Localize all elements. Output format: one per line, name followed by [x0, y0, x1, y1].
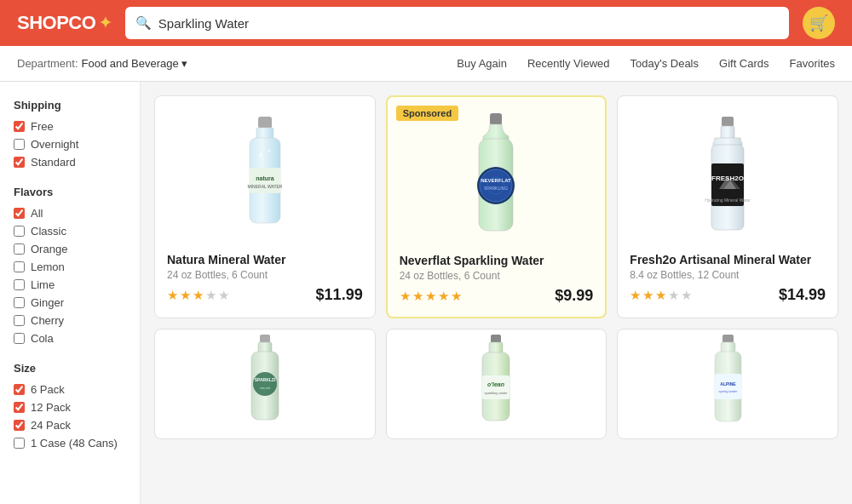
product-card-neverflat[interactable]: Sponsored: [386, 95, 607, 318]
filter-cherry-label[interactable]: Cherry: [31, 314, 64, 327]
nav-todays-deals[interactable]: Today's Deals: [630, 57, 699, 70]
product-name-fresh2o: Fresh2o Artisanal Mineral Water: [630, 253, 826, 266]
department-link[interactable]: Food and Beverage ▾: [82, 57, 187, 70]
filter-orange-label[interactable]: Orange: [31, 243, 67, 255]
svg-text:o'lean: o'lean: [488, 381, 505, 387]
logo[interactable]: SHOPCO ✦: [17, 12, 112, 34]
filter-all-label[interactable]: All: [31, 207, 43, 220]
svg-rect-0: [258, 117, 272, 129]
filter-free-label[interactable]: Free: [31, 120, 54, 133]
filter-cola-label[interactable]: Cola: [31, 332, 54, 345]
size-filter-section: Size 6 Pack 12 Pack 24 Pack 1 Case (48 C…: [14, 362, 126, 450]
search-input[interactable]: [158, 16, 779, 31]
svg-text:natura: natura: [256, 175, 274, 181]
svg-rect-36: [722, 335, 734, 343]
svg-text:Hydrating Mineral Water: Hydrating Mineral Water: [705, 198, 751, 203]
product-image-natura: natura MINERAL WATER: [167, 108, 363, 244]
nav-recently-viewed[interactable]: Recently Viewed: [527, 57, 610, 70]
filter-48case-label[interactable]: 1 Case (48 Cans): [31, 437, 118, 450]
filter-ginger-label[interactable]: Ginger: [31, 296, 64, 309]
filter-12pack-checkbox[interactable]: [14, 402, 25, 413]
filter-overnight-checkbox[interactable]: [14, 139, 25, 150]
svg-rect-25: [258, 342, 272, 352]
sidebar: Shipping Free Overnight Standard Flavors…: [0, 82, 141, 504]
svg-text:spring water: spring water: [718, 389, 737, 393]
filter-lemon-checkbox[interactable]: [14, 261, 25, 272]
svg-text:MINERAL WATER: MINERAL WATER: [247, 184, 282, 189]
product-card-fresh2o[interactable]: FRESH2O Hydrating Mineral Water Fresh2o …: [617, 95, 838, 318]
nav-buy-again[interactable]: Buy Again: [457, 57, 507, 70]
product-image-alpine: ALPINE spring water: [630, 341, 826, 418]
filter-lime-label[interactable]: Lime: [31, 278, 55, 291]
bottle-svg-natura: natura MINERAL WATER: [231, 112, 299, 240]
svg-rect-16: [722, 117, 734, 127]
filter-standard-checkbox[interactable]: [14, 157, 25, 168]
svg-rect-30: [491, 335, 501, 343]
header: SHOPCO ✦ 🔍 🛒: [0, 0, 852, 46]
department-label: Department:: [17, 57, 78, 70]
product-footer-neverflat: ★ ★ ★ ★ ★ $9.99: [400, 287, 594, 305]
filter-6pack-label[interactable]: 6 Pack: [31, 383, 65, 396]
filter-ginger-checkbox[interactable]: [14, 297, 25, 308]
filter-48case-checkbox[interactable]: [14, 438, 25, 449]
svg-point-6: [259, 153, 262, 157]
svg-rect-39: [715, 374, 741, 399]
product-card-natura[interactable]: natura MINERAL WATER Natura Mineral Wate…: [154, 95, 376, 318]
bottle-svg-fresh2o: FRESH2O Hydrating Mineral Water: [698, 112, 757, 240]
svg-point-8: [262, 158, 264, 160]
product-price-neverflat: $9.99: [555, 287, 593, 305]
product-sub-neverflat: 24 oz Bottles, 6 Count: [400, 270, 594, 282]
star-1: ★: [630, 288, 641, 303]
filter-cherry-checkbox[interactable]: [14, 315, 25, 326]
filter-classic-checkbox[interactable]: [14, 226, 25, 237]
filter-24pack-checkbox[interactable]: [14, 420, 25, 431]
star-5: ★: [451, 289, 462, 304]
star-1: ★: [167, 288, 178, 303]
shipping-filter-section: Shipping Free Overnight Standard: [14, 99, 126, 169]
product-image-neverflat: NEVERFLAT SPARKLING: [400, 109, 594, 245]
size-title: Size: [14, 362, 126, 375]
product-card-olean[interactable]: o'lean sparkling water: [386, 329, 607, 439]
filter-lemon-label[interactable]: Lemon: [31, 261, 65, 273]
product-card-sparklzi[interactable]: SPARKLZI natural: [154, 329, 376, 439]
star-3: ★: [193, 288, 204, 303]
filter-lime-checkbox[interactable]: [14, 279, 25, 290]
product-image-fresh2o: FRESH2O Hydrating Mineral Water: [630, 108, 826, 244]
svg-rect-24: [260, 335, 270, 343]
star-5: ★: [681, 288, 692, 303]
nav-favorites[interactable]: Favorites: [790, 57, 835, 70]
svg-text:sparkling water: sparkling water: [485, 391, 509, 395]
bottle-svg-neverflat: NEVERFLAT SPARKLING: [462, 109, 530, 245]
filter-all-checkbox[interactable]: [14, 208, 25, 219]
star-3: ★: [425, 289, 436, 304]
product-card-alpine[interactable]: ALPINE spring water: [617, 329, 838, 439]
filter-overnight-label[interactable]: Overnight: [31, 138, 78, 151]
nav-gift-cards[interactable]: Gift Cards: [719, 57, 769, 70]
sponsored-badge: Sponsored: [396, 106, 458, 121]
svg-point-7: [268, 150, 270, 152]
star-4: ★: [668, 288, 679, 303]
bottle-svg-sparklzi: SPARKLZI natural: [239, 333, 291, 427]
nav-links: Buy Again Recently Viewed Today's Deals …: [457, 57, 835, 70]
filter-orange-checkbox[interactable]: [14, 243, 25, 255]
filter-12pack-label[interactable]: 12 Pack: [31, 401, 71, 414]
filter-free-checkbox[interactable]: [14, 121, 25, 132]
filter-6pack-checkbox[interactable]: [14, 384, 25, 395]
search-bar: 🔍: [125, 7, 789, 39]
cart-button[interactable]: 🛒: [803, 7, 835, 39]
product-footer-natura: ★ ★ ★ ★ ★ $11.99: [167, 286, 363, 304]
stars-fresh2o: ★ ★ ★ ★ ★: [630, 288, 692, 303]
bottle-svg-olean: o'lean sparkling water: [470, 333, 521, 427]
star-1: ★: [400, 289, 411, 304]
svg-rect-33: [482, 375, 509, 399]
filter-standard-label[interactable]: Standard: [31, 156, 76, 169]
filter-classic-label[interactable]: Classic: [31, 225, 66, 238]
filter-cola-checkbox[interactable]: [14, 333, 25, 344]
star-2: ★: [412, 289, 423, 304]
filter-standard: Standard: [14, 156, 126, 169]
filter-overnight: Overnight: [14, 138, 126, 151]
svg-text:SPARKLZI: SPARKLZI: [255, 377, 276, 382]
chevron-down-icon: ▾: [181, 57, 187, 70]
star-5: ★: [218, 288, 229, 303]
filter-24pack-label[interactable]: 24 Pack: [31, 419, 71, 432]
